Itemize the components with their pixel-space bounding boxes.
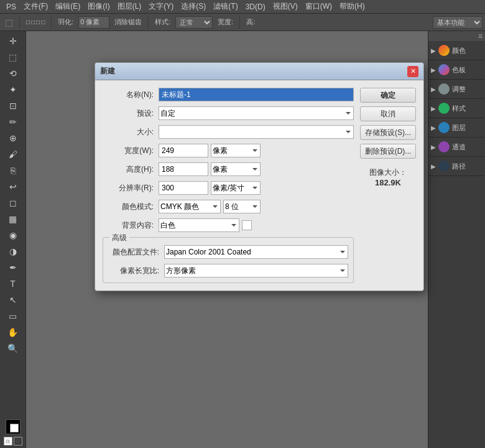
tool-rect[interactable]: □ □ □ □: [24, 17, 47, 27]
swatch-icon: [438, 64, 450, 75]
height-input[interactable]: [159, 162, 208, 176]
lasso-tool[interactable]: ⟲: [4, 66, 22, 81]
dialog-titlebar[interactable]: 新建 ✕: [95, 63, 423, 80]
blur-tool[interactable]: ◉: [4, 228, 22, 243]
color-icon: [438, 45, 450, 56]
image-size-info: 图像大小： 182.9K: [360, 167, 416, 187]
history-brush-tool[interactable]: ↩: [4, 179, 22, 194]
color-panel-label: 颜色: [452, 46, 466, 55]
shape-tool[interactable]: ▭: [4, 309, 22, 324]
menu-view[interactable]: 视图(V): [269, 1, 302, 12]
menu-window[interactable]: 窗口(W): [302, 1, 336, 12]
cancel-button[interactable]: 取消: [360, 106, 416, 121]
menu-layer[interactable]: 图层(L): [114, 1, 146, 12]
feather-label: 羽化:: [55, 16, 76, 28]
hand-tool[interactable]: ✋: [4, 325, 22, 340]
resolution-unit-select[interactable]: 像素/英寸: [211, 181, 261, 195]
move-tool[interactable]: ✛: [4, 34, 22, 49]
menu-edit[interactable]: 编辑(E): [52, 1, 84, 12]
style-icon: [438, 103, 450, 114]
background-select[interactable]: 白色: [159, 218, 239, 232]
background-color-swatch[interactable]: [242, 220, 252, 230]
gradient-tool[interactable]: ▦: [4, 212, 22, 226]
dialog-body: 名称(N): 预设: 自定 大小:: [95, 80, 423, 291]
panel-path[interactable]: ▶ 路径: [428, 157, 485, 176]
panel-swatch[interactable]: ▶ 色板: [428, 60, 485, 80]
zoom-tool[interactable]: 🔍: [4, 341, 22, 356]
magic-wand-tool[interactable]: ✦: [4, 82, 22, 97]
brush-tool[interactable]: 🖌: [4, 147, 22, 162]
adjust-panel-label: 调整: [452, 85, 466, 94]
width-label: 宽度:: [215, 16, 236, 28]
text-tool[interactable]: T: [4, 276, 22, 291]
menu-bar: PS 文件(F) 编辑(E) 图像(I) 图层(L) 文字(Y) 选择(S) 滤…: [0, 0, 485, 14]
toolbar-separator-2: [51, 16, 52, 29]
delete-preset-button[interactable]: 删除预设(D)...: [360, 144, 416, 159]
panel-layer[interactable]: ▶ 图层: [428, 118, 485, 138]
panel-adjust[interactable]: ▶ 调整: [428, 80, 485, 99]
pixel-aspect-select[interactable]: 方形像素: [164, 264, 348, 278]
menu-help[interactable]: 帮助(H): [336, 1, 369, 12]
width-unit-select[interactable]: 像素: [211, 144, 261, 157]
resolution-row: 分辨率(R): 像素/英寸: [103, 181, 354, 195]
preset-row: 预设: 自定: [103, 106, 354, 120]
main-area: ✛ ⬚ ⟲ ✦ ⊡ ✏ ⊕ 🖌 ⎘ ↩ ◻ ▦ ◉ ◑ ✒ T ↖ ▭ ✋ 🔍 …: [0, 31, 485, 448]
menu-filter[interactable]: 滤镜(T): [210, 1, 241, 12]
dialog-close-button[interactable]: ✕: [407, 66, 418, 77]
panel-color[interactable]: ▶ 颜色: [428, 41, 485, 60]
ok-button[interactable]: 确定: [360, 88, 416, 103]
crop-tool[interactable]: ⊡: [4, 98, 22, 113]
menu-3d[interactable]: 3D(D): [242, 2, 269, 11]
size-label: 大小:: [103, 127, 159, 138]
color-profile-select[interactable]: Japan Color 2001 Coated: [164, 245, 348, 259]
name-input[interactable]: [159, 88, 354, 101]
toolbar: ⬚ □ □ □ □ 羽化: 消除锯齿 样式: 正常 宽度: 高: 基本功能: [0, 14, 485, 31]
panel-style[interactable]: ▶ 样式: [428, 99, 485, 118]
preset-label: 预设:: [103, 108, 159, 119]
tool-shape[interactable]: ⬚: [2, 16, 16, 29]
height-label: 高:: [244, 16, 257, 28]
save-preset-button[interactable]: 存储预设(S)...: [360, 125, 416, 140]
height-row: 高度(H): 像素: [103, 162, 354, 176]
eyedropper-tool[interactable]: ✏: [4, 114, 22, 129]
size-select[interactable]: [159, 125, 354, 139]
menu-file[interactable]: 文件(F): [20, 1, 52, 12]
panel-channel[interactable]: ▶ 通道: [428, 138, 485, 157]
color-depth-select[interactable]: 8 位: [223, 200, 261, 213]
right-panel: ≡ ▶ 颜色 ▶ 色板 ▶ 调整: [428, 31, 485, 448]
menu-ps[interactable]: PS: [2, 2, 20, 11]
style-label: 样式:: [152, 16, 173, 28]
path-panel-label: 路径: [452, 162, 466, 171]
background-label: 背景内容:: [103, 220, 159, 231]
dialog-title: 新建: [100, 66, 115, 77]
width-row: 宽度(W): 像素: [103, 144, 354, 157]
advanced-legend: 高级: [109, 233, 129, 243]
menu-image[interactable]: 图像(I): [84, 1, 113, 12]
menu-text[interactable]: 文字(Y): [145, 1, 177, 12]
path-select-tool[interactable]: ↖: [4, 292, 22, 307]
color-mode-label: 颜色模式:: [103, 202, 159, 212]
dodge-tool[interactable]: ◑: [4, 244, 22, 259]
heal-tool[interactable]: ⊕: [4, 131, 22, 146]
dialog-buttons: 确定 取消 存储预设(S)... 删除预设(D)... 图像大小： 182.9K: [360, 88, 416, 283]
pixel-aspect-row: 像素长宽比: 方形像素: [108, 264, 348, 278]
feather-input[interactable]: [78, 16, 109, 29]
width-input[interactable]: [159, 144, 208, 157]
pen-tool[interactable]: ✒: [4, 260, 22, 275]
height-label: 高度(H):: [103, 164, 159, 175]
style-select[interactable]: 正常: [175, 16, 213, 29]
preset-select[interactable]: 自定: [159, 106, 354, 120]
toolbar-separator-4: [239, 16, 240, 29]
menu-select[interactable]: 选择(S): [177, 1, 210, 12]
style-panel-label: 样式: [452, 104, 466, 113]
clone-tool[interactable]: ⎘: [4, 163, 22, 178]
select-tool[interactable]: ⬚: [4, 50, 22, 65]
eraser-tool[interactable]: ◻: [4, 195, 22, 210]
image-size-label: 图像大小：: [360, 167, 416, 178]
image-size-value: 182.9K: [360, 178, 416, 187]
workspace-select[interactable]: 基本功能: [433, 16, 483, 29]
resolution-input[interactable]: [159, 181, 208, 195]
height-unit-select[interactable]: 像素: [211, 162, 261, 176]
color-mode-select[interactable]: CMYK 颜色: [159, 200, 221, 213]
width-label: 宽度(W):: [103, 146, 159, 156]
